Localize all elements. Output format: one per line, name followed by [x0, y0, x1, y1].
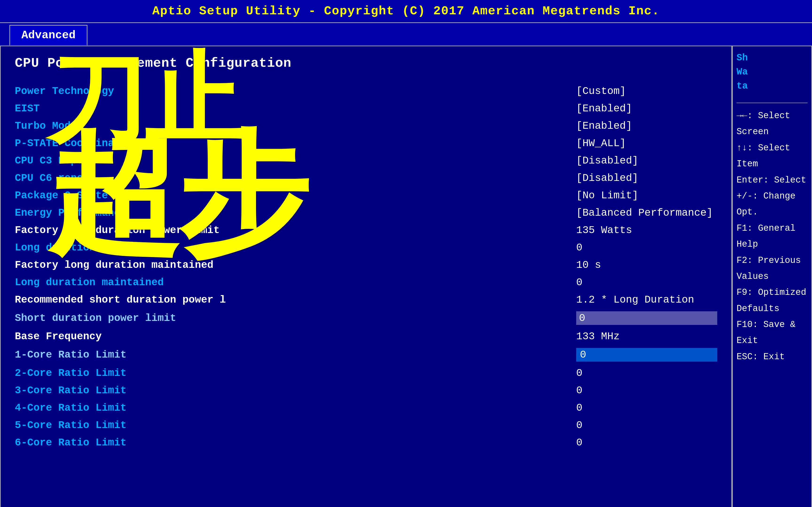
content-area: CPU Power Management Configuration Power… [0, 46, 732, 507]
setting-label: Base Frequency [15, 331, 576, 342]
setting-value: 0 [576, 402, 717, 414]
settings-row: Energy Performance[Balanced Performance] [15, 204, 717, 222]
tab-bar: Advanced [0, 23, 812, 46]
sidebar-key-item: F10: Save & Exit [737, 317, 808, 349]
setting-value: 135 Watts [576, 224, 717, 236]
setting-value: [Disabled] [576, 172, 717, 184]
setting-label: Package C State Limit [15, 189, 576, 201]
setting-value: [Balanced Performance] [576, 207, 717, 219]
settings-row: EIST[Enabled] [15, 100, 717, 117]
setting-label: EIST [15, 103, 576, 114]
setting-value: 0 [576, 277, 717, 288]
settings-row: Long duration power limit0 [15, 239, 717, 256]
setting-value: [Custom] [576, 85, 717, 97]
setting-label: 5-Core Ratio Limit [15, 419, 576, 431]
setting-value[interactable]: 0 [576, 348, 717, 361]
tab-advanced[interactable]: Advanced [9, 25, 88, 46]
setting-value[interactable]: 0 [576, 311, 717, 325]
setting-value: [No Limit] [576, 189, 717, 201]
setting-label: 4-Core Ratio Limit [15, 402, 576, 414]
sidebar-top-text: ShWata [737, 51, 808, 93]
setting-label: 1-Core Ratio Limit [15, 349, 576, 360]
settings-row: Factory long duration maintained10 s [15, 256, 717, 274]
settings-row: Package C State Limit[No Limit] [15, 187, 717, 204]
section-title: CPU Power Management Configuration [15, 56, 717, 71]
right-sidebar: ShWata →←: Select Screen↑↓: Select ItemE… [732, 46, 812, 507]
setting-value: [Disabled] [576, 155, 717, 167]
setting-label: Factory long duration power limit [15, 224, 576, 236]
setting-label: P-STATE Coordination [15, 137, 576, 149]
setting-label: Recommended short duration power l [15, 294, 576, 306]
sidebar-key-item: F9: Optimized Defaults [737, 284, 808, 317]
setting-label: Long duration power limit [15, 242, 576, 253]
setting-label: Factory long duration maintained [15, 259, 576, 271]
setting-label: Short duration power limit [15, 312, 576, 324]
setting-label: Long duration maintained [15, 277, 576, 288]
settings-row: 3-Core Ratio Limit0 [15, 382, 717, 399]
setting-label: Energy Performance [15, 207, 576, 219]
settings-row: 2-Core Ratio Limit0 [15, 364, 717, 382]
settings-row: Recommended short duration power l1.2 * … [15, 291, 717, 308]
sidebar-key-item: →←: Select Screen [737, 108, 808, 140]
settings-row: Short duration power limit0 [15, 308, 717, 328]
settings-table: Power Technology[Custom]EIST[Enabled]Tur… [15, 82, 717, 451]
sidebar-keys: →←: Select Screen↑↓: Select ItemEnter: S… [737, 108, 808, 365]
setting-value: [Enabled] [576, 103, 717, 114]
settings-row: 6-Core Ratio Limit0 [15, 434, 717, 451]
setting-value: 10 s [576, 259, 717, 271]
sidebar-key-item: Enter: Select [737, 172, 808, 188]
sidebar-key-item: +/-: Change Opt. [737, 188, 808, 220]
settings-row: 4-Core Ratio Limit0 [15, 399, 717, 416]
sidebar-key-item: ESC: Exit [737, 349, 808, 365]
setting-value: 0 [576, 419, 717, 431]
settings-row: P-STATE Coordination[HW_ALL] [15, 134, 717, 152]
setting-label: Power Technology [15, 85, 576, 97]
sidebar-key-item: ↑↓: Select Item [737, 140, 808, 172]
main-layout: CPU Power Management Configuration Power… [0, 46, 812, 507]
sidebar-divider [737, 103, 808, 103]
settings-row: 5-Core Ratio Limit0 [15, 416, 717, 434]
sidebar-key-item: F1: General Help [737, 220, 808, 252]
setting-value: 0 [576, 385, 717, 396]
setting-value: 0 [576, 242, 717, 253]
setting-value: 1.2 * Long Duration [576, 294, 717, 306]
settings-row: Factory long duration power limit135 Wat… [15, 222, 717, 239]
settings-row: Power Technology[Custom] [15, 82, 717, 100]
setting-value: 0 [576, 437, 717, 449]
sidebar-key-item: F2: Previous Values [737, 252, 808, 285]
setting-label: CPU C6 report [15, 172, 576, 184]
setting-label: 6-Core Ratio Limit [15, 437, 576, 449]
setting-value: [Enabled] [576, 120, 717, 132]
settings-row: Long duration maintained0 [15, 274, 717, 291]
setting-label: CPU C3 Report [15, 155, 576, 167]
setting-label: 2-Core Ratio Limit [15, 367, 576, 379]
settings-row: 1-Core Ratio Limit0 [15, 345, 717, 364]
setting-label: 3-Core Ratio Limit [15, 385, 576, 396]
setting-value: [HW_ALL] [576, 137, 717, 149]
setting-value: 0 [576, 367, 717, 379]
settings-row: CPU C3 Report[Disabled] [15, 152, 717, 169]
settings-row: Base Frequency133 MHz [15, 328, 717, 345]
setting-label: Turbo Mode [15, 120, 576, 132]
header-title: Aptio Setup Utility - Copyright (C) 2017… [0, 0, 812, 23]
settings-row: CPU C6 report[Disabled] [15, 169, 717, 187]
settings-row: Turbo Mode[Enabled] [15, 117, 717, 134]
setting-value: 133 MHz [576, 331, 717, 342]
